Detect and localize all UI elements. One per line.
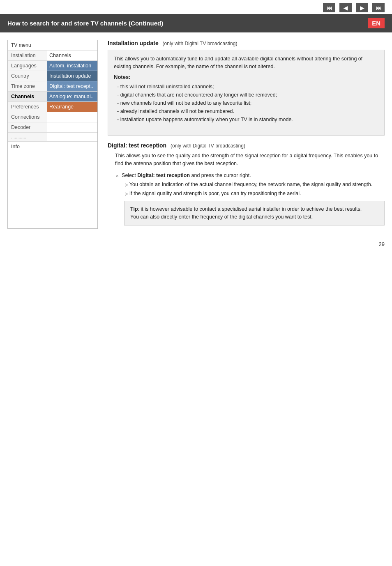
bullet-item: ○ Select Digital: test reception and pre… <box>116 173 385 178</box>
notes-title: Notes: <box>114 73 378 81</box>
menu-item-connections[interactable]: Connections <box>8 112 47 122</box>
note-item: this will not reinstall uninstalled chan… <box>117 83 378 91</box>
menu-item-installation[interactable]: Installation <box>8 51 47 60</box>
menu-item-info[interactable]: Info <box>8 141 97 152</box>
menu-item-languages[interactable]: Languages <box>8 61 47 71</box>
menu-sub-autom[interactable]: Autom. installation <box>47 61 97 71</box>
menu-item-channels[interactable]: Channels <box>8 92 47 101</box>
sub-bullet-item: If the signal quality and strength is po… <box>125 190 385 198</box>
menu-item-country[interactable]: Country <box>8 71 47 81</box>
bullet-section: ○ Select Digital: test reception and pre… <box>116 173 385 225</box>
forward-button[interactable]: ▶ <box>356 3 368 12</box>
menu-row: ............ <box>8 132 97 141</box>
digital-test-subtitle: (only with Digital TV broadcasting) <box>171 143 245 149</box>
nav-buttons: ⏮ ◀ ▶ ⏭ <box>323 3 385 12</box>
menu-sub-dots-empty <box>47 133 97 141</box>
menu-sub-rearrange[interactable]: Rearrange <box>47 102 97 112</box>
tip-box: Tip: it is however advisable to contact … <box>124 201 385 225</box>
menu-row: Preferences Rearrange <box>8 101 97 112</box>
note-item: new channels found will not be added to … <box>117 99 378 107</box>
menu-sub-digital-test[interactable]: Digital: test recept.. <box>47 81 97 91</box>
menu-item-decoder[interactable]: Decoder <box>8 122 47 132</box>
menu-item-timezone[interactable]: Time zone <box>8 81 47 91</box>
menu-row: Country Installation update <box>8 71 97 81</box>
page-title: How to search for and store TV channels … <box>7 20 163 27</box>
menu-row: Info <box>8 141 97 152</box>
menu-item-preferences[interactable]: Preferences <box>8 102 47 112</box>
installation-update-subtitle: (only with Digital TV broadcasting) <box>163 41 238 46</box>
tip-label: Tip: it is however advisable to contact … <box>130 206 362 220</box>
sub-bullet-item: You obtain an indication of the actual c… <box>125 181 385 189</box>
menu-sub-connections-empty <box>47 112 97 122</box>
bullet-circle-icon: ○ <box>116 174 118 178</box>
digital-test-body: This allows you to see the quality and t… <box>115 152 385 168</box>
lang-badge: EN <box>368 18 385 28</box>
menu-sub-channels[interactable]: Channels <box>47 51 97 60</box>
tv-menu-title: TV menu <box>8 40 97 50</box>
header-bar: How to search for and store TV channels … <box>0 14 392 32</box>
main-content: TV menu Installation Channels Languages … <box>0 40 392 229</box>
installation-update-title: Installation update (only with Digital T… <box>108 40 385 46</box>
note-item: digital channels that are not encountere… <box>117 91 378 99</box>
tv-menu-panel: TV menu Installation Channels Languages … <box>7 40 98 229</box>
content-area: Installation update (only with Digital T… <box>108 40 385 229</box>
skip-forward-button[interactable]: ⏭ <box>372 3 385 12</box>
note-item: already installed channels will not be r… <box>117 107 378 115</box>
top-nav: ⏮ ◀ ▶ ⏭ <box>0 0 392 14</box>
notes-list: this will not reinstall uninstalled chan… <box>114 83 378 124</box>
note-item: installation update happens automaticall… <box>117 115 378 124</box>
rewind-button[interactable]: ◀ <box>339 3 352 12</box>
sub-bullets-list: You obtain an indication of the actual c… <box>125 181 385 198</box>
installation-update-box: This allows you to automatically tune to… <box>108 50 385 136</box>
menu-row: Installation Channels <box>8 50 97 60</box>
notes-section: Notes: this will not reinstall uninstall… <box>114 73 378 124</box>
menu-row: Time zone Digital: test recept.. <box>8 81 97 91</box>
bullet-text: Select Digital: test reception and press… <box>122 173 251 178</box>
digital-test-title: Digital: test reception (only with Digit… <box>108 142 385 149</box>
menu-sub-install-update[interactable]: Installation update <box>47 71 97 81</box>
page-number: 29 <box>0 229 392 251</box>
menu-row: Channels Analogue: manual.. <box>8 91 97 101</box>
menu-item-dots: ............ <box>8 133 47 141</box>
menu-sub-decoder-empty <box>47 122 97 132</box>
menu-sub-analogue[interactable]: Analogue: manual.. <box>47 92 97 101</box>
menu-row: Connections <box>8 112 97 122</box>
menu-row: Languages Autom. installation <box>8 60 97 71</box>
menu-row: Decoder <box>8 122 97 132</box>
installation-update-body: This allows you to automatically tune to… <box>114 55 378 71</box>
skip-back-button[interactable]: ⏮ <box>323 3 335 12</box>
